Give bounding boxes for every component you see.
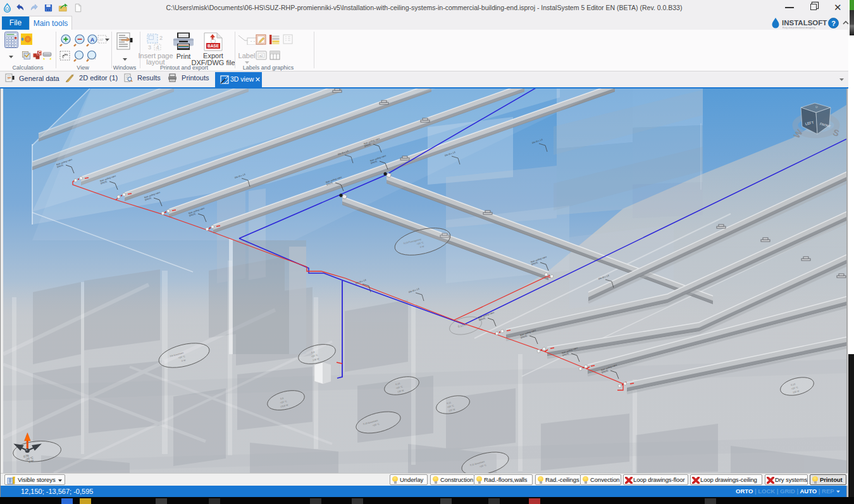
svg-text:Easy and professional designin: Easy and professional designing	[783, 27, 815, 29]
svg-text:BASE: BASE	[207, 44, 220, 48]
svg-text:U: U	[815, 105, 818, 108]
svg-text:4: 4	[156, 44, 159, 51]
svg-text:INSTALSOFT: INSTALSOFT	[782, 19, 827, 27]
svg-text:A: A	[90, 37, 95, 43]
svg-text:C: C	[38, 51, 41, 55]
svg-text:3: 3	[148, 44, 151, 51]
svg-text:2: 2	[159, 35, 163, 41]
svg-text:?: ?	[831, 20, 836, 27]
svg-text:AP: AP	[99, 38, 104, 42]
svg-text:a2: a2	[259, 54, 263, 58]
